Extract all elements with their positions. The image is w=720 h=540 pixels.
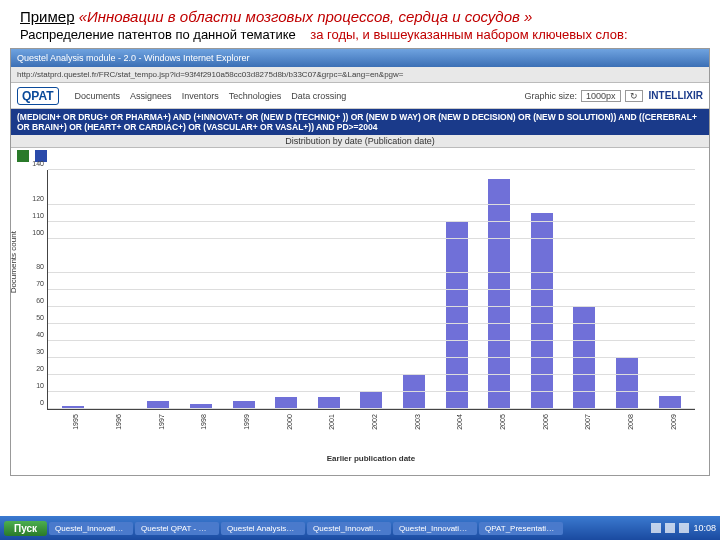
taskbar-item[interactable]: QPAT_Presentation_2...: [479, 522, 563, 535]
y-tick: 110: [30, 211, 44, 218]
x-axis-label: Earlier publication date: [47, 454, 695, 463]
x-tick: 1995: [72, 411, 96, 433]
y-tick: 80: [30, 262, 44, 269]
export-row: [11, 148, 709, 164]
app-menu: Documents Assignees Inventors Technologi…: [75, 91, 525, 101]
y-tick: 0: [30, 399, 44, 406]
taskbar-item[interactable]: Questel_Innovation_S...: [393, 522, 477, 535]
chart-bar: [531, 213, 553, 409]
start-button[interactable]: Пуск: [4, 521, 47, 536]
title-quoted: «Инновации в области мозговых процессов,…: [79, 8, 533, 25]
example-label: Пример: [20, 8, 75, 25]
tray-clock: 10:08: [693, 523, 716, 533]
query-bar: (MEDICIN+ OR DRUG+ OR PHARMA+) AND (+INN…: [11, 109, 709, 135]
menu-technologies[interactable]: Technologies: [229, 91, 282, 101]
y-tick: 70: [30, 279, 44, 286]
graphic-size-select[interactable]: 1000px: [581, 90, 621, 102]
y-tick: 10: [30, 382, 44, 389]
graphic-size-control: Graphic size: 1000px ↻: [524, 90, 642, 102]
x-tick: 2005: [499, 411, 523, 433]
chart-bar: [659, 396, 681, 410]
menu-documents[interactable]: Documents: [75, 91, 121, 101]
app-logo: QPAT: [17, 87, 59, 105]
distribution-header: Distribution by date (Publication date): [11, 135, 709, 148]
graphic-size-apply[interactable]: ↻: [625, 90, 643, 102]
chart-bar: [616, 358, 638, 409]
app-toolbar: QPAT Documents Assignees Inventors Techn…: [11, 83, 709, 109]
windows-taskbar[interactable]: Пуск Questel_Innovation_S... Questel QPA…: [0, 516, 720, 540]
x-tick: 1997: [158, 411, 182, 433]
y-tick: 50: [30, 314, 44, 321]
x-tick: 2009: [670, 411, 694, 433]
y-tick: 100: [30, 228, 44, 235]
chart-area: Documents count 010203040506070801001101…: [11, 164, 709, 475]
window-titlebar[interactable]: Questel Analysis module - 2.0 - Windows …: [11, 49, 709, 67]
x-tick: 2002: [371, 411, 395, 433]
export-excel-icon[interactable]: [17, 150, 29, 162]
x-tick: 2006: [542, 411, 566, 433]
y-tick: 140: [30, 160, 44, 167]
graphic-size-label: Graphic size:: [524, 91, 577, 101]
taskbar-item[interactable]: Questel QPAT - Windo...: [135, 522, 219, 535]
address-bar[interactable]: http://statprd.questel.fr/FRC/stat_tempo…: [11, 67, 709, 83]
system-tray[interactable]: 10:08: [651, 523, 716, 533]
x-tick: 2007: [584, 411, 608, 433]
tray-icon[interactable]: [679, 523, 689, 533]
y-tick: 60: [30, 296, 44, 303]
menu-data-crossing[interactable]: Data crossing: [291, 91, 346, 101]
y-axis-label: Documents count: [9, 231, 18, 293]
url-text: http://statprd.questel.fr/FRC/stat_tempo…: [17, 70, 404, 79]
browser-window: Questel Analysis module - 2.0 - Windows …: [10, 48, 710, 476]
subtitle-a: Распределение патентов по данной тематик…: [20, 27, 296, 42]
x-tick: 1998: [200, 411, 224, 433]
chart-plot: 01020304050607080100110120140: [47, 170, 695, 410]
x-tick: 1999: [243, 411, 267, 433]
slide-title: Пример «Инновации в области мозговых про…: [0, 0, 720, 27]
x-tick: 1996: [115, 411, 139, 433]
taskbar-item[interactable]: Questel Analysismod...: [221, 522, 305, 535]
taskbar-item[interactable]: Questel_Innovation_S...: [49, 522, 133, 535]
slide-subtitle: Распределение патентов по данной тематик…: [0, 27, 720, 48]
tray-icon[interactable]: [665, 523, 675, 533]
y-tick: 20: [30, 365, 44, 372]
menu-assignees[interactable]: Assignees: [130, 91, 172, 101]
menu-inventors[interactable]: Inventors: [182, 91, 219, 101]
x-ticks: 1995199619971998199920002001200220032004…: [47, 410, 695, 436]
window-title: Questel Analysis module - 2.0 - Windows …: [17, 53, 250, 63]
subtitle-b: за годы, и вышеуказанным набором ключевы…: [310, 27, 627, 42]
y-tick: 40: [30, 331, 44, 338]
brand-label: INTELLIXIR: [649, 90, 703, 101]
tray-icon[interactable]: [651, 523, 661, 533]
x-tick: 2008: [627, 411, 651, 433]
chart-bar: [446, 222, 468, 410]
x-tick: 2003: [414, 411, 438, 433]
chart-bar: [360, 392, 382, 409]
taskbar-item[interactable]: Questel_Innovation_S...: [307, 522, 391, 535]
y-tick: 30: [30, 348, 44, 355]
x-tick: 2000: [286, 411, 310, 433]
y-tick: 120: [30, 194, 44, 201]
x-tick: 2004: [456, 411, 480, 433]
x-tick: 2001: [328, 411, 352, 433]
